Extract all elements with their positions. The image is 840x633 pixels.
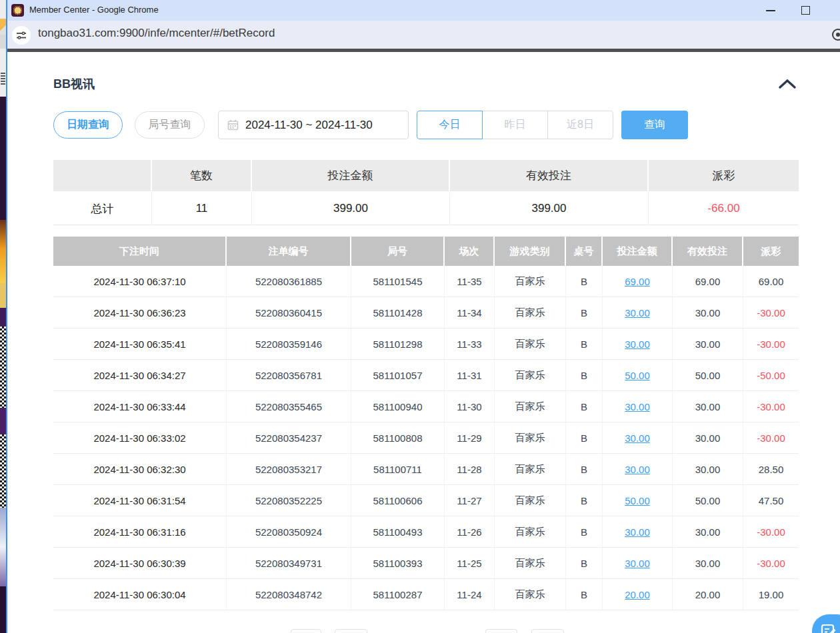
yesterday-button[interactable]: 昨日	[482, 111, 548, 139]
cell-order_no: 522080349731	[227, 548, 351, 578]
strip-segment	[0, 0, 6, 19]
cell-game: 百家乐	[495, 454, 566, 484]
screen: Member Center - Google Chrome ✕ tongbao3…	[0, 0, 840, 633]
cell-game: 百家乐	[495, 328, 566, 359]
date-query-tab[interactable]: 日期查询	[53, 111, 123, 139]
strip-segment	[0, 49, 6, 97]
bet-table: 下注时间 注单编号 局号 场次 游戏类别 桌号 投注金额 有效投注 派彩 202…	[53, 237, 799, 610]
cell-bet[interactable]: 50.00	[603, 485, 673, 516]
summary-count-value: 11	[152, 193, 252, 225]
cell-bet[interactable]: 30.00	[603, 516, 673, 547]
cell-game: 百家乐	[495, 516, 566, 547]
pagination-button[interactable]	[291, 629, 321, 633]
summary-table: 笔数 投注金额 有效投注 派彩 总计 11 399.00 399.00 -66.…	[53, 160, 799, 225]
browser-address-bar[interactable]: tongbao31.com:9900/infe/mcenter/#/betRec…	[7, 21, 840, 49]
cell-time: 2024-11-30 06:37:10	[53, 266, 227, 297]
cell-bet[interactable]: 69.00	[603, 266, 673, 297]
feedback-button[interactable]	[812, 614, 840, 633]
summary-header-count: 笔数	[152, 160, 252, 193]
url-text[interactable]: tongbao31.com:9900/infe/mcenter/#/betRec…	[38, 27, 275, 40]
window-titlebar: Member Center - Google Chrome ✕	[7, 0, 840, 21]
close-button[interactable]: ✕	[836, 0, 840, 21]
cell-bet[interactable]: 30.00	[603, 297, 673, 328]
bet-table-header: 下注时间 注单编号 局号 场次 游戏类别 桌号 投注金额 有效投注 派彩	[53, 237, 799, 266]
cell-round_no: 581100940	[351, 391, 445, 422]
cell-table_no: B	[566, 328, 603, 359]
cell-round_no: 581100606	[351, 485, 445, 516]
pagination-button[interactable]	[335, 629, 367, 633]
col-header-round: 局号	[351, 237, 445, 266]
tune-icon	[15, 29, 27, 41]
cell-order_no: 522080359146	[227, 328, 351, 359]
cell-bet[interactable]: 30.00	[603, 454, 673, 484]
date-range-input[interactable]: 2024-11-30 ~ 2024-11-30	[218, 111, 409, 139]
maximize-button[interactable]	[796, 0, 816, 21]
last8days-button[interactable]: 近8日	[547, 111, 613, 139]
cell-valid: 30.00	[673, 422, 743, 453]
col-header-payout: 派彩	[743, 237, 799, 266]
cell-order_no: 522080361885	[227, 266, 351, 297]
table-row: 2024-11-30 06:31:16522080350924581100493…	[53, 516, 799, 548]
cell-valid: 20.00	[673, 579, 743, 610]
cell-bet[interactable]: 30.00	[603, 328, 673, 359]
cell-time: 2024-11-30 06:32:30	[53, 454, 227, 484]
col-header-order: 注单编号	[227, 237, 351, 266]
cell-payout: 69.00	[743, 266, 799, 297]
cell-order_no: 522080356781	[227, 360, 351, 390]
cell-valid: 30.00	[673, 516, 743, 547]
maximize-icon	[801, 6, 810, 15]
table-row: 2024-11-30 06:33:02522080354237581100808…	[53, 422, 799, 454]
strip-segment	[0, 19, 6, 35]
cell-order_no: 522080360415	[227, 297, 351, 328]
cell-bet[interactable]: 30.00	[603, 391, 673, 422]
cell-time: 2024-11-30 06:36:23	[53, 297, 227, 328]
cell-session: 11-33	[445, 328, 495, 359]
cell-order_no: 522080350924	[227, 516, 351, 547]
cell-time: 2024-11-30 06:35:41	[53, 328, 227, 359]
cell-time: 2024-11-30 06:31:54	[53, 485, 227, 516]
edit-note-icon	[821, 623, 837, 633]
pagination-button[interactable]	[485, 629, 517, 633]
cell-table_no: B	[566, 266, 603, 297]
cell-payout: -30.00	[743, 328, 799, 359]
page-content: BB视讯 日期查询 局号查询 2024-11-30 ~ 2024-11-30 今…	[7, 52, 840, 633]
summary-payout-value: -66.00	[649, 193, 799, 225]
table-row: 2024-11-30 06:36:23522080360415581101428…	[53, 297, 799, 328]
round-query-tab[interactable]: 局号查询	[135, 111, 205, 139]
strip-segment	[0, 308, 6, 326]
strip-segment	[0, 283, 6, 308]
qr-code-fragment	[0, 326, 6, 408]
cell-bet[interactable]: 30.00	[603, 422, 673, 453]
site-settings-button[interactable]	[12, 26, 31, 45]
cell-valid: 30.00	[673, 548, 743, 578]
col-header-time: 下注时间	[53, 237, 227, 266]
cell-bet[interactable]: 50.00	[603, 360, 673, 390]
cell-game: 百家乐	[495, 360, 566, 390]
cell-bet[interactable]: 30.00	[603, 548, 673, 578]
target-icon[interactable]	[832, 29, 840, 41]
table-row: 2024-11-30 06:30:04522080348742581100287…	[53, 579, 799, 610]
cell-session: 11-28	[445, 454, 495, 484]
cell-session: 11-25	[445, 548, 495, 578]
minimize-button[interactable]	[761, 0, 781, 21]
cell-table_no: B	[566, 579, 603, 610]
col-header-session: 场次	[445, 237, 495, 266]
cell-payout: -30.00	[743, 391, 799, 422]
col-header-game: 游戏类别	[495, 237, 566, 266]
background-window-strip	[0, 0, 6, 633]
cell-bet[interactable]: 20.00	[603, 579, 673, 610]
table-row: 2024-11-30 06:33:44522080355465581100940…	[53, 391, 799, 422]
cell-game: 百家乐	[495, 391, 566, 422]
cell-valid: 69.00	[673, 266, 743, 297]
calendar-icon	[227, 119, 239, 131]
pagination-button[interactable]	[531, 629, 564, 633]
chevron-up-icon[interactable]	[778, 79, 797, 89]
search-button[interactable]: 查询	[621, 111, 688, 139]
today-button[interactable]: 今日	[417, 111, 483, 139]
cell-payout: -30.00	[743, 548, 799, 578]
cell-payout: -30.00	[743, 422, 799, 453]
qr-code-fragment	[0, 434, 6, 508]
cell-round_no: 581101545	[351, 266, 445, 297]
cell-time: 2024-11-30 06:31:16	[53, 516, 227, 547]
cell-session: 11-26	[445, 516, 495, 547]
